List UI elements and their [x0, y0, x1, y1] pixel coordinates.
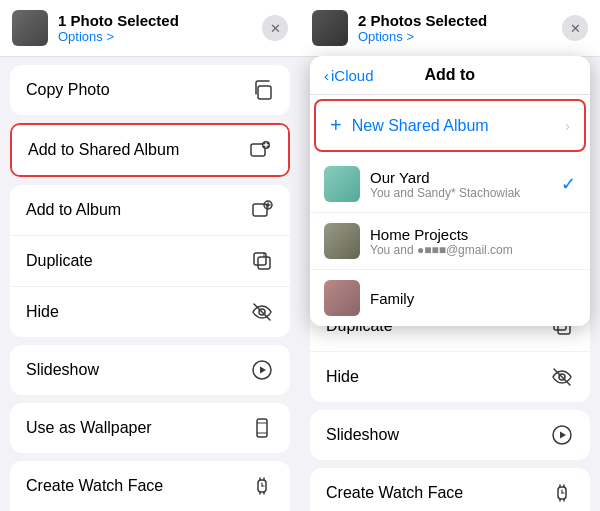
svg-rect-5: [253, 204, 267, 216]
back-label: iCloud: [331, 67, 374, 84]
left-panel: 1 Photo Selected Options > ✕ Copy Photo: [0, 0, 300, 511]
left-section-album: Add to Album Duplicate: [10, 185, 290, 337]
left-section-copy: Copy Photo: [10, 65, 290, 115]
wallpaper-label: Use as Wallpaper: [26, 419, 152, 437]
chevron-right-icon: ›: [565, 118, 570, 134]
copy-photo-item[interactable]: Copy Photo: [10, 65, 290, 115]
checkmark-icon-1: ✓: [561, 173, 576, 195]
chevron-left-icon: ‹: [324, 67, 329, 84]
watch-face-label: Create Watch Face: [26, 477, 163, 495]
new-shared-album-item[interactable]: + New Shared Album ›: [314, 99, 586, 152]
album-info-3: Family: [370, 290, 576, 307]
slideshow-icon: [250, 358, 274, 382]
right-options[interactable]: Options >: [358, 29, 487, 44]
svg-rect-16: [257, 419, 267, 437]
left-title: 1 Photo Selected: [58, 12, 179, 29]
left-section-wallpaper: Use as Wallpaper: [10, 403, 290, 453]
slideshow-item[interactable]: Slideshow: [10, 345, 290, 395]
right-slideshow-item[interactable]: Slideshow: [310, 410, 590, 460]
duplicate-label: Duplicate: [26, 252, 93, 270]
right-hide-icon: [550, 365, 574, 389]
right-slideshow-icon: [550, 423, 574, 447]
hide-item[interactable]: Hide: [10, 287, 290, 337]
add-shared-album-item[interactable]: Add to Shared Album: [12, 125, 288, 175]
left-thumbnail: [12, 10, 48, 46]
duplicate-item[interactable]: Duplicate: [10, 236, 290, 287]
right-watch-face-item[interactable]: Create Watch Face: [310, 468, 590, 511]
slideshow-label: Slideshow: [26, 361, 99, 379]
album-members-1: You and Sandy* Stachowiak: [370, 186, 551, 200]
left-header: 1 Photo Selected Options > ✕: [0, 0, 300, 57]
right-thumbnail: [312, 10, 348, 46]
album-thumb-2: [324, 223, 360, 259]
right-section-misc: Create Watch Face Save to Files: [310, 468, 590, 511]
add-to-album-label: Add to Album: [26, 201, 121, 219]
right-header-text: 2 Photos Selected Options >: [358, 12, 487, 44]
album-name-2: Home Projects: [370, 226, 576, 243]
left-section-shared: Add to Shared Album: [10, 123, 290, 177]
svg-marker-36: [560, 432, 566, 439]
album-thumb-3: [324, 280, 360, 316]
add-shared-album-label: Add to Shared Album: [28, 141, 179, 159]
add-to-album-item[interactable]: Add to Album: [10, 185, 290, 236]
album-thumb-1: [324, 166, 360, 202]
plus-icon: +: [330, 114, 342, 137]
right-hide-item[interactable]: Hide: [310, 352, 590, 402]
shared-album-icon: [248, 138, 272, 162]
right-header: 2 Photos Selected Options > ✕: [300, 0, 600, 57]
album-info-2: Home Projects You and ●■■■@gmail.com: [370, 226, 576, 257]
album-members-2: You and ●■■■@gmail.com: [370, 243, 576, 257]
add-album-icon: [250, 198, 274, 222]
new-shared-album-label: + New Shared Album: [330, 114, 489, 137]
right-panel: 2 Photos Selected Options > ✕ ‹ iCloud A…: [300, 0, 600, 511]
right-section-slideshow: Slideshow: [310, 410, 590, 460]
album-info-1: Our Yard You and Sandy* Stachowiak: [370, 169, 551, 200]
wallpaper-icon: [250, 416, 274, 440]
left-header-text: 1 Photo Selected Options >: [58, 12, 179, 44]
right-title: 2 Photos Selected: [358, 12, 487, 29]
left-close-button[interactable]: ✕: [262, 15, 288, 41]
hide-icon: [250, 300, 274, 324]
right-slideshow-label: Slideshow: [326, 426, 399, 444]
left-options[interactable]: Options >: [58, 29, 179, 44]
left-header-left: 1 Photo Selected Options >: [12, 10, 179, 46]
svg-marker-15: [260, 367, 266, 374]
copy-icon: [250, 78, 274, 102]
right-close-button[interactable]: ✕: [562, 15, 588, 41]
wallpaper-item[interactable]: Use as Wallpaper: [10, 403, 290, 453]
add-to-dropdown: ‹ iCloud Add to + New Shared Album › Our…: [310, 56, 590, 326]
new-shared-album-text: New Shared Album: [352, 117, 489, 135]
watch-icon: [250, 474, 274, 498]
right-watch-icon: [550, 481, 574, 505]
back-button[interactable]: ‹ iCloud: [324, 67, 374, 84]
left-menu-list: Copy Photo Add to Shared Album: [0, 57, 300, 511]
left-section-slideshow: Slideshow: [10, 345, 290, 395]
watch-face-item[interactable]: Create Watch Face: [10, 461, 290, 511]
left-section-misc: Create Watch Face Save to Files: [10, 461, 290, 511]
album-name-1: Our Yard: [370, 169, 551, 186]
svg-rect-0: [258, 86, 271, 99]
right-watch-face-label: Create Watch Face: [326, 484, 463, 502]
album-item-2[interactable]: Home Projects You and ●■■■@gmail.com: [310, 213, 590, 270]
hide-label: Hide: [26, 303, 59, 321]
album-item-1[interactable]: Our Yard You and Sandy* Stachowiak ✓: [310, 156, 590, 213]
album-name-3: Family: [370, 290, 576, 307]
album-item-3[interactable]: Family: [310, 270, 590, 326]
duplicate-icon: [250, 249, 274, 273]
dropdown-title: Add to: [380, 66, 520, 84]
right-header-left: 2 Photos Selected Options >: [312, 10, 487, 46]
dropdown-header: ‹ iCloud Add to: [310, 56, 590, 95]
right-hide-label: Hide: [326, 368, 359, 386]
svg-rect-9: [258, 257, 270, 269]
copy-photo-label: Copy Photo: [26, 81, 110, 99]
